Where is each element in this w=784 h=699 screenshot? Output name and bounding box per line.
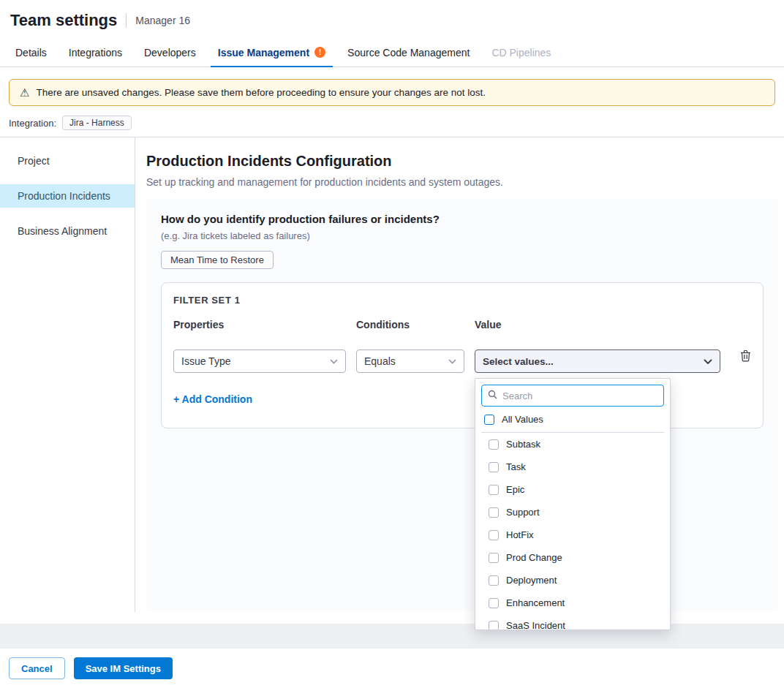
filter-set-box: FILTER SET 1 Properties Conditions Value…	[161, 282, 764, 428]
metric-chip[interactable]: Mean Time to Restore	[161, 251, 274, 269]
tab-cd-pipelines: CD Pipelines	[484, 38, 558, 67]
page-title: Team settings	[10, 11, 117, 30]
option-checkbox[interactable]	[489, 439, 499, 450]
value-column-label: Value	[475, 319, 720, 330]
option-checkbox[interactable]	[489, 553, 499, 563]
footer-actions: Cancel Save IM Settings	[0, 649, 784, 688]
section-title: Production Incidents Configuration	[146, 153, 778, 170]
option-checkbox[interactable]	[489, 485, 499, 495]
filter-set-title: FILTER SET 1	[173, 295, 751, 306]
question-hint: (e.g. Jira tickets labeled as failures)	[161, 230, 764, 241]
tab-source-code-management[interactable]: Source Code Management	[340, 38, 477, 67]
dropdown-option[interactable]: Enhancement	[481, 592, 664, 614]
content: Project Production Incidents Business Al…	[0, 137, 784, 612]
sidebar-item-project[interactable]: Project	[0, 149, 135, 173]
search-input[interactable]	[502, 390, 657, 401]
question-label: How do you identify production failures …	[161, 213, 764, 225]
option-checkbox[interactable]	[489, 621, 499, 631]
banner-text: There are unsaved changes. Please save t…	[36, 87, 486, 98]
filter-row: Issue Type Equals Select values..	[173, 330, 751, 373]
trash-icon	[740, 350, 751, 362]
dropdown-option[interactable]: Epic	[481, 478, 664, 501]
integration-label: Integration:	[9, 118, 56, 129]
condition-select[interactable]: Equals	[356, 350, 464, 373]
section-subtitle: Set up tracking and management for produ…	[146, 176, 778, 188]
main-panel: Production Incidents Configuration Set u…	[135, 137, 784, 612]
tab-integrations[interactable]: Integrations	[61, 38, 129, 67]
unsaved-changes-badge-icon: !	[314, 47, 325, 58]
chevron-down-icon	[704, 356, 712, 367]
sidebar-item-business-alignment[interactable]: Business Alignment	[0, 219, 135, 243]
tab-details[interactable]: Details	[8, 38, 54, 67]
conditions-column-label: Conditions	[356, 319, 464, 330]
warning-icon: ⚠	[20, 87, 29, 98]
chevron-down-icon	[448, 359, 456, 364]
integration-row: Integration: Jira - Harness	[9, 116, 775, 130]
dropdown-option[interactable]: Task	[481, 456, 664, 478]
chevron-down-icon	[330, 359, 338, 364]
config-card: How do you identify production failures …	[146, 198, 778, 611]
unsaved-changes-banner: ⚠ There are unsaved changes. Please save…	[9, 79, 775, 106]
dropdown-option[interactable]: Prod Change	[481, 546, 664, 569]
dropdown-option[interactable]: HotFix	[481, 524, 664, 546]
dropdown-option-all-values[interactable]: All Values	[481, 407, 664, 433]
tab-developers[interactable]: Developers	[137, 38, 203, 67]
page-subtitle: Manager 16	[135, 15, 190, 26]
dropdown-option[interactable]: SaaS Incident	[481, 614, 664, 630]
tab-bar: Details Integrations Developers Issue Ma…	[0, 38, 784, 67]
value-cell: Select values...	[475, 350, 720, 373]
filter-header-row: Properties Conditions Value	[173, 306, 751, 330]
option-checkbox[interactable]	[489, 507, 499, 518]
dropdown-option[interactable]: Subtask	[481, 433, 664, 456]
all-values-checkbox[interactable]	[484, 415, 494, 425]
dropdown-option[interactable]: Support	[481, 501, 664, 524]
value-dropdown-panel: All Values Subtask Task Epic Support Hot…	[475, 378, 671, 630]
value-multiselect[interactable]: Select values...	[475, 350, 720, 373]
option-checkbox[interactable]	[489, 598, 499, 608]
sidebar-item-production-incidents[interactable]: Production Incidents	[0, 184, 135, 208]
delete-filter-row-button[interactable]	[731, 350, 760, 362]
integration-chip[interactable]: Jira - Harness	[62, 116, 132, 130]
properties-column-label: Properties	[173, 319, 346, 330]
tab-issue-management[interactable]: Issue Management !	[211, 38, 333, 67]
page-header: Team settings Manager 16	[0, 0, 784, 38]
dropdown-option[interactable]: Deployment	[481, 569, 664, 592]
search-icon	[488, 389, 497, 402]
settings-sidebar: Project Production Incidents Business Al…	[0, 137, 135, 612]
option-checkbox[interactable]	[489, 530, 499, 540]
property-select[interactable]: Issue Type	[173, 350, 346, 373]
save-im-settings-button[interactable]: Save IM Settings	[74, 657, 173, 679]
option-checkbox[interactable]	[489, 575, 499, 586]
add-condition-button[interactable]: + Add Condition	[173, 393, 252, 405]
header-divider	[126, 13, 127, 28]
dropdown-search	[481, 385, 664, 407]
cancel-button[interactable]: Cancel	[9, 657, 65, 679]
option-checkbox[interactable]	[489, 462, 499, 472]
